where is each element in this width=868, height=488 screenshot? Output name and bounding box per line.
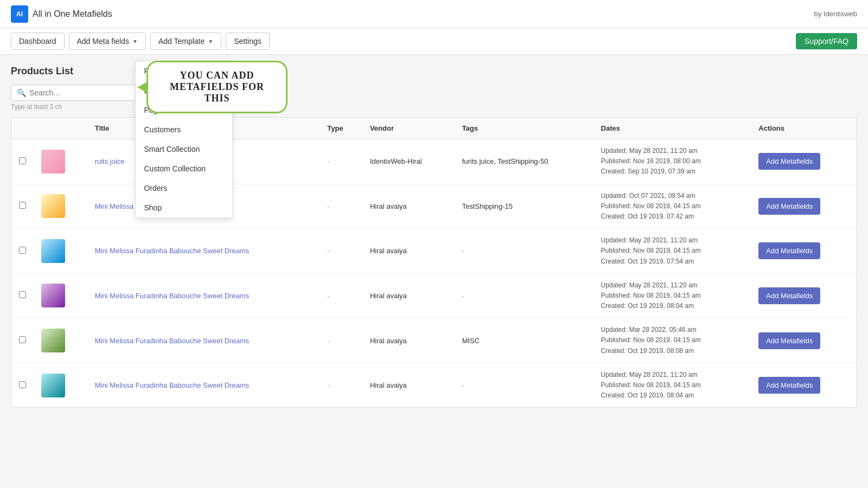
row-image-cell: [34, 273, 87, 318]
row-tags-cell: furits juice, TestShipping-50: [455, 139, 593, 184]
row-tags-cell: -: [455, 273, 593, 318]
table-row: Mini Melissa Furadinha Babouche Sweet Dr…: [11, 273, 857, 318]
row-checkbox-5[interactable]: [19, 336, 26, 343]
row-type-cell: -: [320, 273, 362, 318]
row-title-cell: Mini Melissa Furadinha Babouche Sweet Dr…: [87, 363, 320, 407]
row-tags-cell: -: [455, 229, 593, 274]
product-link[interactable]: ruits juice: [95, 157, 125, 165]
nav-bar: Dashboard Add Meta fields ▼ Products Blo…: [0, 28, 868, 55]
row-tags-cell: TestShipping-15: [455, 184, 593, 229]
row-dates-cell: Updated: May 28 2021, 11:20 amPublished:…: [593, 229, 751, 274]
product-thumbnail: [41, 284, 65, 307]
row-tags-cell: -: [455, 363, 593, 407]
row-title-cell: Mini Melissa Furadinha Babouche Sweet Dr…: [87, 318, 320, 363]
by-label: by Identixweb: [814, 10, 858, 18]
dropdown-item-customers[interactable]: Customers: [136, 120, 232, 139]
product-thumbnail: [41, 374, 65, 397]
product-link[interactable]: Mini Melissa Furadinha Babouche Sweet Dr…: [95, 381, 250, 389]
content-area: Products List 🔍 Type at least 3 ch Title…: [0, 55, 868, 419]
col-vendor: Vendor: [362, 118, 455, 139]
product-link[interactable]: Mini Melissa Furadinha Babouche Sweet Dr…: [95, 292, 250, 300]
row-title-cell: Mini Melissa Furadinha Babouche Sweet Dr…: [87, 273, 320, 318]
dropdown-item-orders[interactable]: Orders: [136, 178, 232, 198]
row-type-cell: -: [320, 139, 362, 184]
row-actions-cell: Add Metafields: [751, 139, 857, 184]
app-title: All in One Metafields: [33, 9, 112, 19]
row-vendor-cell: Hiral avaiya: [362, 318, 455, 363]
row-actions-cell: Add Metafields: [751, 184, 857, 229]
col-tags: Tags: [455, 118, 593, 139]
col-dates: Dates: [593, 118, 751, 139]
row-vendor-cell: Hiral avaiya: [362, 363, 455, 407]
add-metafields-button[interactable]: Add Metafields: [758, 198, 820, 215]
add-template-button[interactable]: Add Template ▼: [150, 33, 221, 50]
row-vendor-cell: Hiral avaiya: [362, 184, 455, 229]
row-dates-cell: Updated: Oct 07 2021, 09:54 amPublished:…: [593, 184, 751, 229]
product-thumbnail: [41, 239, 65, 263]
dropdown-item-shop[interactable]: Shop: [136, 198, 232, 217]
row-checkbox-6[interactable]: [19, 381, 26, 388]
row-vendor-cell: Hiral avaiya: [362, 229, 455, 274]
row-checkbox-cell: [11, 184, 34, 229]
row-vendor-cell: Hiral avaiya: [362, 273, 455, 318]
app-logo: AI: [11, 5, 28, 23]
row-type-cell: -: [320, 184, 362, 229]
tooltip-bubble: You Can Add Metafields For This: [146, 61, 288, 113]
top-bar-left: AI All in One Metafields: [11, 5, 112, 23]
row-checkbox-cell: [11, 273, 34, 318]
row-type-cell: -: [320, 363, 362, 407]
col-image: [34, 118, 87, 139]
row-dates-cell: Updated: May 28 2021, 11:20 amPublished:…: [593, 139, 751, 184]
dropdown-item-custom-collection[interactable]: Custom Collection: [136, 159, 232, 178]
table-row: Mini Melissa Furadinha Babouche Sweet Dr…: [11, 318, 857, 363]
table-row: Mini Melissa Furadinha Babouche Sweet Dr…: [11, 363, 857, 407]
row-actions-cell: Add Metafields: [751, 273, 857, 318]
row-dates-cell: Updated: Mar 28 2022, 05:46 amPublished:…: [593, 318, 751, 363]
col-type: Type: [320, 118, 362, 139]
add-metafields-button[interactable]: Add Metafields: [758, 242, 820, 259]
support-faq-button[interactable]: Support/FAQ: [796, 33, 857, 49]
row-checkbox-3[interactable]: [19, 247, 26, 254]
row-checkbox-cell: [11, 318, 34, 363]
row-dates-cell: Updated: May 28 2021, 11:20 amPublished:…: [593, 273, 751, 318]
dropdown-item-smart-collection[interactable]: Smart Collection: [136, 139, 232, 159]
col-checkbox: [11, 118, 34, 139]
add-metafields-button[interactable]: Add Metafields: [758, 287, 820, 304]
row-checkbox-2[interactable]: [19, 202, 26, 209]
row-actions-cell: Add Metafields: [751, 229, 857, 274]
row-type-cell: -: [320, 318, 362, 363]
add-metafields-button[interactable]: Add Metafields: [758, 153, 820, 170]
row-dates-cell: Updated: May 28 2021, 11:20 amPublished:…: [593, 363, 751, 407]
dashboard-button[interactable]: Dashboard: [11, 33, 65, 50]
row-checkbox-cell: [11, 229, 34, 274]
row-actions-cell: Add Metafields: [751, 318, 857, 363]
product-thumbnail: [41, 329, 65, 352]
add-meta-dropdown-wrapper: Add Meta fields ▼ Products Blogs Pages C…: [69, 33, 146, 50]
add-metafields-button[interactable]: Add Metafields: [758, 377, 820, 394]
row-image-cell: [34, 139, 87, 184]
col-actions: Actions: [751, 118, 857, 139]
row-image-cell: [34, 229, 87, 274]
search-icon: 🔍: [17, 88, 26, 97]
top-bar: AI All in One Metafields by Identixweb: [0, 0, 868, 28]
product-thumbnail: [41, 150, 65, 174]
table-row: Mini Melissa Furadinha Babouche Sweet Dr…: [11, 229, 857, 274]
product-link[interactable]: Mini Melissa Furadinha Babouche Sweet Dr…: [95, 247, 250, 255]
row-checkbox-1[interactable]: [19, 157, 26, 164]
row-image-cell: [34, 363, 87, 407]
add-metafields-button[interactable]: Add Metafields: [758, 332, 820, 349]
chevron-down-icon-template: ▼: [208, 38, 213, 44]
row-vendor-cell: IdentixWeb-Hiral: [362, 139, 455, 184]
product-thumbnail: [41, 194, 65, 218]
row-checkbox-4[interactable]: [19, 291, 26, 298]
row-image-cell: [34, 184, 87, 229]
row-checkbox-cell: [11, 139, 34, 184]
row-actions-cell: Add Metafields: [751, 363, 857, 407]
row-type-cell: -: [320, 229, 362, 274]
row-title-cell: Mini Melissa Furadinha Babouche Sweet Dr…: [87, 229, 320, 274]
settings-button[interactable]: Settings: [226, 33, 270, 50]
product-link[interactable]: Mini Melissa Furadinha Babouche Sweet Dr…: [95, 337, 250, 345]
row-image-cell: [34, 318, 87, 363]
chevron-down-icon: ▼: [132, 38, 138, 44]
add-meta-button[interactable]: Add Meta fields ▼: [69, 33, 146, 50]
